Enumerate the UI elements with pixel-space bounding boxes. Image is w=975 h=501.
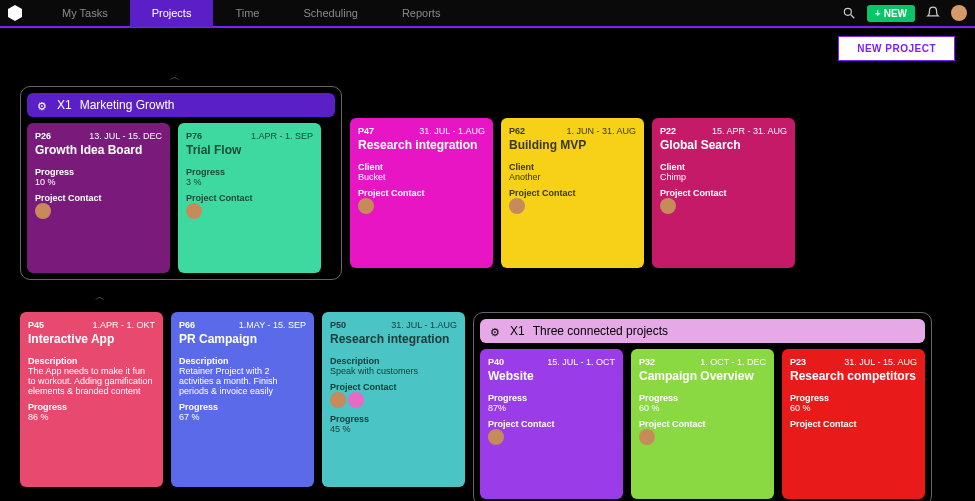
nav-time[interactable]: Time	[213, 0, 281, 27]
project-card[interactable]: P761.APR - 1. SEP Trial Flow Progress3 %…	[178, 123, 321, 273]
gear-icon[interactable]	[490, 325, 502, 337]
project-card[interactable]: P661.MAY - 15. SEP PR Campaign Descripti…	[171, 312, 314, 487]
app-logo[interactable]	[8, 5, 22, 21]
nav-scheduling[interactable]: Scheduling	[281, 0, 379, 27]
group-badge: X1	[510, 324, 525, 338]
group-marketing-growth: X1 Marketing Growth P2613. JUL - 15. DEC…	[20, 86, 342, 280]
chevron-up-icon[interactable]: ︿	[20, 290, 180, 304]
project-card[interactable]: P451.APR - 1. OKT Interactive App Descri…	[20, 312, 163, 487]
svg-point-0	[844, 8, 851, 15]
gear-icon[interactable]	[37, 99, 49, 111]
group-title: Three connected projects	[533, 324, 668, 338]
project-card[interactable]: P621. JUN - 31. AUG Building MVP ClientA…	[501, 118, 644, 268]
chevron-up-icon[interactable]: ︿	[20, 70, 330, 84]
project-card[interactable]: P2331. JUL - 15. AUG Research competitor…	[782, 349, 925, 499]
avatar	[639, 429, 655, 445]
avatar	[660, 198, 676, 214]
nav-reports[interactable]: Reports	[380, 0, 463, 27]
new-project-button[interactable]: NEW PROJECT	[838, 36, 955, 61]
avatar	[488, 429, 504, 445]
avatar	[358, 198, 374, 214]
group-header[interactable]: X1 Three connected projects	[480, 319, 925, 343]
bell-icon[interactable]	[925, 5, 941, 21]
svg-line-1	[851, 15, 855, 19]
project-card[interactable]: P2215. APR - 31. AUG Global Search Clien…	[652, 118, 795, 268]
avatar	[35, 203, 51, 219]
search-icon[interactable]	[841, 5, 857, 21]
project-card[interactable]: P321. OCT - 1. DEC Campaign Overview Pro…	[631, 349, 774, 499]
main-nav: My Tasks Projects Time Scheduling Report…	[40, 0, 462, 27]
subbar: NEW PROJECT	[0, 28, 975, 68]
avatar	[330, 392, 346, 408]
group-badge: X1	[57, 98, 72, 112]
project-card[interactable]: P4015. JUL - 1. OCT Website Progress87% …	[480, 349, 623, 499]
new-button[interactable]: +NEW	[867, 5, 915, 22]
avatar	[509, 198, 525, 214]
project-card[interactable]: P2613. JUL - 15. DEC Growth Idea Board P…	[27, 123, 170, 273]
nav-projects[interactable]: Projects	[130, 0, 214, 27]
avatar	[348, 392, 364, 408]
group-three-connected: X1 Three connected projects P4015. JUL -…	[473, 312, 932, 501]
group-title: Marketing Growth	[80, 98, 175, 112]
project-card[interactable]: P4731. JUL - 1.AUG Research integration …	[350, 118, 493, 268]
topbar: My Tasks Projects Time Scheduling Report…	[0, 0, 975, 28]
nav-my-tasks[interactable]: My Tasks	[40, 0, 130, 27]
project-card[interactable]: P5031. JUL - 1.AUG Research integration …	[322, 312, 465, 487]
avatar	[186, 203, 202, 219]
user-avatar[interactable]	[951, 5, 967, 21]
group-header[interactable]: X1 Marketing Growth	[27, 93, 335, 117]
